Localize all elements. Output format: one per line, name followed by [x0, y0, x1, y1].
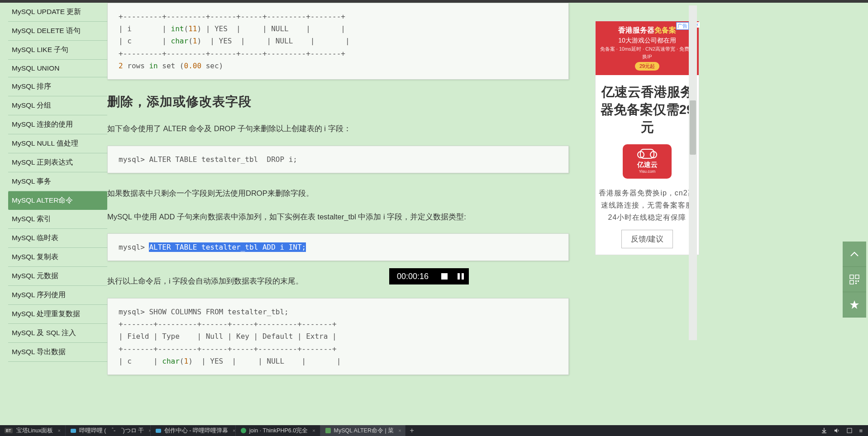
code-text: sec) — [201, 62, 223, 70]
code-text: ( — [188, 37, 193, 45]
scroll-top-button[interactable] — [843, 242, 866, 267]
thinkphp-icon — [240, 427, 247, 434]
stop-icon — [441, 273, 448, 280]
tab-label: join · ThinkPHP6.0完全 — [249, 427, 308, 435]
sidebar-item[interactable]: MySQL 复制表 — [8, 248, 107, 267]
code-text: ) | YES | | NULL | | — [188, 357, 341, 365]
sidebar-item[interactable]: MySQL 导出数据 — [8, 343, 107, 362]
sidebar-item[interactable]: MySQL 分组 — [8, 96, 107, 115]
sidebar-item[interactable]: MySQL 事务 — [8, 172, 107, 191]
sidebar-item[interactable]: MySQL LIKE 子句 — [8, 41, 107, 60]
taskbar-tab-active[interactable]: MySQL ALTER命令 | 菜 × — [320, 425, 405, 436]
code-text: +---------+---------+------+-----+------… — [119, 49, 345, 58]
code-text: mysql> SHOW COLUMNS FROM testalter_tbl; — [119, 308, 289, 316]
screen-recorder-widget[interactable]: 00:00:16 — [389, 268, 469, 284]
code-text: ( — [184, 24, 189, 33]
advertisement[interactable]: 广告 i × 香港服务器免备案 10大游戏公司都在用 免备案 · 10ms延时 … — [595, 21, 699, 255]
main-container: MySQL UPDATE 更新 MySQL DELETE 语句 MySQL LI… — [0, 3, 868, 337]
ad-logo: 亿速云 Yisu.com — [623, 144, 672, 179]
code-number: 11 — [188, 24, 197, 33]
pause-icon — [458, 273, 464, 280]
paragraph: 如果数据表中只剩余一个字段则无法使用DROP来删除字段。 — [107, 187, 569, 200]
download-icon[interactable] — [821, 427, 827, 434]
tab-label: 创作中心 - 哔哩哔哩弹幕 — [164, 427, 228, 435]
taskbar-tab[interactable]: BT 宝塔Linux面板 × — [0, 425, 66, 436]
sidebar-item[interactable]: MySQL UPDATE 更新 — [8, 3, 107, 22]
code-text: ) | YES | | NULL | | — [197, 24, 345, 33]
code-text: rows — [123, 62, 149, 70]
code-text: | Field | Type | Null | Key | Default | … — [119, 332, 337, 341]
float-toolbar — [843, 242, 866, 318]
vertical-scrollbar[interactable] — [689, 5, 697, 340]
expand-icon[interactable] — [846, 427, 853, 434]
feedback-button[interactable]: 反馈/建议 — [621, 230, 673, 248]
taskbar-tab[interactable]: 哔哩哔哩 ( ゜- ゜)つロ 干 × — [66, 425, 151, 436]
svg-rect-6 — [71, 429, 76, 433]
code-block-2[interactable]: mysql> ALTER TABLE testalter_tbl DROP i; — [107, 146, 569, 173]
code-text: mysql> — [119, 243, 149, 251]
sidebar-item[interactable]: MySQL 正则表达式 — [8, 153, 107, 172]
content-area: +---------+---------+------+-----+------… — [107, 3, 578, 337]
svg-rect-3 — [855, 280, 857, 282]
scrollbar-thumb[interactable] — [690, 100, 696, 155]
sidebar: MySQL UPDATE 更新 MySQL DELETE 语句 MySQL LI… — [0, 3, 107, 337]
code-text: | i | — [119, 24, 171, 33]
code-block-1[interactable]: +---------+---------+------+-----+------… — [107, 3, 569, 80]
ad-logo-sub: Yisu.com — [639, 169, 656, 174]
qrcode-button[interactable] — [843, 267, 866, 292]
pause-button[interactable] — [453, 268, 469, 284]
tab-label: 宝塔Linux面板 — [16, 427, 53, 435]
ad-features: 免备案 · 10ms延时 · CN2高速带宽 · 免费更换IP — [598, 45, 696, 60]
right-column: 广告 i × 香港服务器免备案 10大游戏公司都在用 免备案 · 10ms延时 … — [595, 3, 699, 337]
tab-label: MySQL ALTER命令 | 菜 — [334, 427, 394, 435]
sidebar-item[interactable]: MySQL NULL 值处理 — [8, 134, 107, 153]
code-keyword: char — [171, 37, 189, 45]
sidebar-item[interactable]: MySQL 排序 — [8, 77, 107, 96]
svg-rect-2 — [850, 280, 854, 284]
sidebar-item[interactable]: MySQL 连接的使用 — [8, 115, 107, 134]
sidebar-item[interactable]: MySQL 索引 — [8, 210, 107, 229]
chevron-up-icon — [850, 251, 859, 257]
taskbar: BT 宝塔Linux面板 × 哔哩哔哩 ( ゜- ゜)つロ 干 × 创作中心 -… — [0, 425, 868, 436]
code-block-4[interactable]: mysql> SHOW COLUMNS FROM testalter_tbl; … — [107, 298, 569, 375]
sidebar-item[interactable]: MySQL 处理重复数据 — [8, 305, 107, 324]
taskbar-tab[interactable]: 创作中心 - 哔哩哔哩弹幕 × — [151, 425, 236, 436]
ad-description: 香港服务器免费换ip，cn2高速线路连接，无需备案客服24小时在线稳定有保障 — [596, 187, 699, 224]
close-icon[interactable]: × — [398, 428, 401, 433]
favorite-button[interactable] — [843, 292, 866, 318]
ad-price-badge: 29元起 — [635, 62, 659, 71]
sidebar-item[interactable]: MySQL 临时表 — [8, 229, 107, 248]
code-block-3[interactable]: mysql> ALTER TABLE testalter_tbl ADD i I… — [107, 233, 569, 261]
svg-rect-5 — [855, 283, 857, 284]
sidebar-item[interactable]: MySQL UNION — [8, 60, 107, 77]
ad-header-text: 香港服务器 — [618, 26, 654, 34]
sidebar-item[interactable]: MySQL 序列使用 — [8, 286, 107, 305]
svg-rect-7 — [156, 429, 161, 433]
volume-icon[interactable] — [834, 427, 840, 434]
ad-badge: 广告 — [676, 22, 689, 30]
sidebar-item[interactable]: MySQL DELETE 语句 — [8, 22, 107, 41]
code-keyword: int — [171, 24, 184, 33]
close-icon[interactable]: × — [57, 428, 60, 433]
tab-label: 哔哩哔哩 ( ゜- ゜)つロ 干 — [79, 427, 144, 435]
close-icon[interactable]: × — [233, 428, 235, 433]
code-number: 1 — [193, 37, 197, 45]
code-text: +---------+---------+------+-----+------… — [119, 12, 345, 21]
close-icon[interactable]: × — [312, 428, 315, 433]
ad-title: 亿速云香港服务器免备案仅需29元 — [596, 75, 699, 142]
paragraph: 执行以上命令后，i 字段会自动添加到数据表字段的末尾。 — [107, 275, 569, 288]
tray-menu-button[interactable]: ≡ — [859, 427, 862, 434]
code-text: ( — [180, 357, 184, 365]
code-keyword: char — [162, 357, 180, 365]
stop-button[interactable] — [436, 268, 453, 284]
code-text: ) | YES | | NULL | | — [197, 37, 349, 45]
new-tab-button[interactable]: + — [405, 427, 419, 435]
code-text: +-------+---------+------+-----+--------… — [119, 320, 337, 328]
taskbar-tab[interactable]: join · ThinkPHP6.0完全 × — [236, 425, 320, 436]
runoob-icon — [325, 427, 331, 434]
qrcode-icon — [849, 275, 859, 284]
code-number: 0.00 — [184, 62, 202, 70]
sidebar-item-active[interactable]: MySQL ALTER命令 — [8, 191, 107, 210]
sidebar-item[interactable]: MySQL 及 SQL 注入 — [8, 324, 107, 343]
sidebar-item[interactable]: MySQL 元数据 — [8, 267, 107, 286]
